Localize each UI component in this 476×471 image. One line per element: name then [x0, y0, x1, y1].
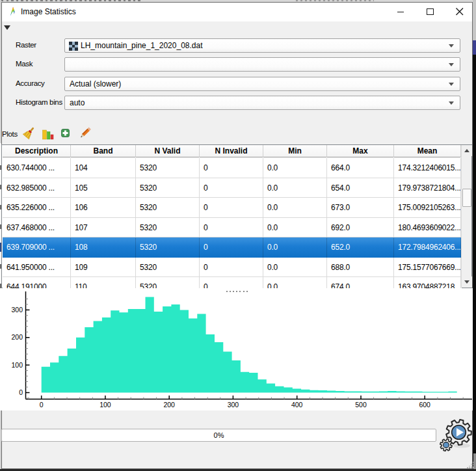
svg-text:100: 100 — [99, 401, 111, 409]
svg-text:200: 200 — [163, 401, 175, 409]
svg-text:500: 500 — [355, 401, 367, 409]
svg-text:0: 0 — [19, 388, 23, 396]
svg-text:400: 400 — [291, 401, 303, 409]
svg-text:300: 300 — [228, 401, 239, 409]
svg-text:0: 0 — [40, 401, 44, 409]
svg-text:300: 300 — [11, 306, 23, 314]
svg-text:200: 200 — [11, 333, 23, 341]
svg-text:100: 100 — [11, 361, 23, 369]
svg-text:600: 600 — [419, 401, 430, 409]
